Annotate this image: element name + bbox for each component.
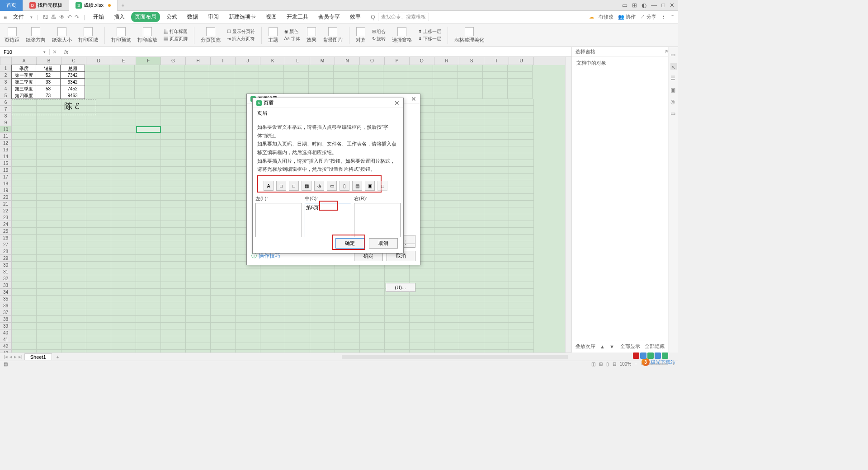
rb-size[interactable]: 纸张大小: [52, 27, 72, 43]
tab-add[interactable]: +: [118, 2, 128, 9]
right-pane[interactable]: [354, 203, 401, 237]
rail-book-icon[interactable]: ▭: [670, 110, 677, 117]
rb-pagebreak[interactable]: 分页预览: [201, 27, 221, 43]
sp-showall[interactable]: 全部显示: [620, 343, 640, 350]
tab-file[interactable]: S成绩.xlsx: [69, 0, 118, 11]
dlg-front-close[interactable]: ✕: [394, 99, 400, 107]
name-box[interactable]: F10▾: [0, 49, 50, 55]
rb-tablebeautify[interactable]: 表格整理美化: [454, 27, 484, 43]
rb-fonts[interactable]: Aa 字体: [284, 36, 300, 42]
col-header-O[interactable]: O: [360, 57, 385, 65]
search-input[interactable]: 查找命令、搜索模板: [378, 13, 429, 21]
hamburger-icon[interactable]: ≡: [4, 14, 7, 20]
col-header-I[interactable]: I: [211, 57, 236, 65]
row-header-42[interactable]: 42: [0, 343, 12, 350]
menu-start[interactable]: 开始: [90, 12, 108, 22]
row-header-3[interactable]: 3: [0, 79, 12, 85]
row-header-27[interactable]: 27: [0, 241, 12, 248]
col-header-J[interactable]: J: [236, 57, 260, 65]
col-header-F[interactable]: F: [136, 57, 161, 65]
col-header-Q[interactable]: Q: [410, 57, 434, 65]
collapse-icon[interactable]: ⌃: [670, 14, 675, 20]
rb-align[interactable]: 对齐: [356, 27, 366, 43]
sheet-prev-icon[interactable]: ◂: [9, 354, 12, 360]
rb-headerfooter[interactable]: ▤ 页眉页脚: [164, 36, 188, 42]
row-header-2[interactable]: 2: [0, 72, 12, 79]
row-header-38[interactable]: 38: [0, 316, 12, 323]
rb-theme[interactable]: 主题: [268, 27, 278, 43]
zoom-out-icon[interactable]: −: [635, 362, 637, 367]
sheet-add[interactable]: +: [54, 354, 62, 360]
row-header-25[interactable]: 25: [0, 228, 12, 235]
row-header-13[interactable]: 13: [0, 146, 12, 153]
menu-view[interactable]: 视图: [262, 12, 280, 22]
menu-insert[interactable]: 插入: [110, 12, 128, 22]
menu-review[interactable]: 审阅: [204, 12, 222, 22]
dropdown-icon[interactable]: ▾: [30, 15, 33, 19]
col-header-C[interactable]: C: [61, 57, 86, 65]
selected-cell[interactable]: [136, 126, 161, 133]
sheet-last-icon[interactable]: ▸|: [19, 354, 23, 360]
row-header-7[interactable]: 7: [0, 106, 12, 113]
rb-printarea[interactable]: 打印区域: [78, 27, 98, 43]
row-header-29[interactable]: 29: [0, 255, 12, 262]
close-icon[interactable]: ✕: [670, 2, 675, 9]
rb-back[interactable]: ⬇ 下移一层: [418, 36, 441, 42]
row-header-28[interactable]: 28: [0, 248, 12, 255]
dlg-back-close[interactable]: ✕: [411, 95, 416, 103]
row-header-15[interactable]: 15: [0, 160, 12, 167]
row-header-37[interactable]: 37: [0, 309, 12, 316]
menu-formula[interactable]: 公式: [163, 12, 181, 22]
col-header-T[interactable]: T: [484, 57, 509, 65]
row-header-26[interactable]: 26: [0, 235, 12, 241]
row-header-22[interactable]: 22: [0, 207, 12, 214]
rb-printscale[interactable]: 打印缩放: [137, 27, 157, 43]
undo-icon[interactable]: ↶: [67, 14, 72, 20]
row-header-32[interactable]: 32: [0, 275, 12, 282]
row-header-31[interactable]: 31: [0, 268, 12, 275]
menu-data[interactable]: 数据: [184, 12, 202, 22]
zoom-value[interactable]: 100%: [620, 362, 632, 367]
row-header-23[interactable]: 23: [0, 214, 12, 221]
tab-template[interactable]: D找稻壳模板: [23, 0, 69, 11]
menu-newtab[interactable]: 新建选项卡: [225, 12, 259, 22]
col-header-M[interactable]: M: [310, 57, 335, 65]
menu-pagelayout[interactable]: 页面布局: [131, 12, 160, 22]
row-header-33[interactable]: 33: [0, 282, 12, 289]
file-menu[interactable]: 文件: [9, 12, 28, 22]
row-header-30[interactable]: 30: [0, 262, 12, 268]
row-header-12[interactable]: 12: [0, 140, 12, 146]
col-header-K[interactable]: K: [260, 57, 285, 65]
row-header-40[interactable]: 40: [0, 329, 12, 336]
rb-printpreview[interactable]: 打印预览: [111, 27, 131, 43]
rb-front[interactable]: ⬆ 上移一层: [418, 28, 441, 35]
row-header-36[interactable]: 36: [0, 302, 12, 309]
rb-bgimage[interactable]: 背景图片: [323, 27, 343, 43]
sp-down-icon[interactable]: ▼: [609, 344, 614, 349]
col-header-N[interactable]: N: [335, 57, 360, 65]
rail-select-icon[interactable]: ▭: [670, 52, 677, 58]
select-all-corner[interactable]: [0, 57, 12, 65]
rail-pic-icon[interactable]: ▣: [670, 87, 677, 93]
rb-insertbreak[interactable]: ⇥ 插入分页符: [227, 36, 255, 42]
rb-margins[interactable]: 页边距: [5, 27, 19, 43]
col-header-S[interactable]: S: [459, 57, 484, 65]
rb-effects[interactable]: 效果: [307, 27, 316, 43]
row-header-1[interactable]: 1: [0, 65, 12, 72]
col-header-B[interactable]: B: [37, 57, 61, 65]
horizontal-scrollbar[interactable]: [342, 355, 568, 359]
row-header-41[interactable]: 41: [0, 336, 12, 343]
max-icon[interactable]: □: [661, 2, 665, 9]
save-icon[interactable]: 🖫: [43, 14, 48, 20]
rail-cursor-icon[interactable]: ↖: [670, 63, 677, 70]
status-menu-icon[interactable]: ▤: [4, 362, 8, 367]
left-pane[interactable]: [255, 203, 302, 237]
col-header-A[interactable]: A: [12, 57, 37, 65]
user-icon[interactable]: ◐: [642, 2, 646, 9]
menu-devtools[interactable]: 开发工具: [283, 12, 312, 22]
view-normal-icon[interactable]: ⊞: [599, 362, 603, 367]
unsaved-label[interactable]: 有修改: [599, 14, 613, 20]
row-header-21[interactable]: 21: [0, 201, 12, 207]
tab-home[interactable]: 首页: [0, 0, 23, 11]
collab-label[interactable]: 👥 协作: [618, 14, 636, 20]
